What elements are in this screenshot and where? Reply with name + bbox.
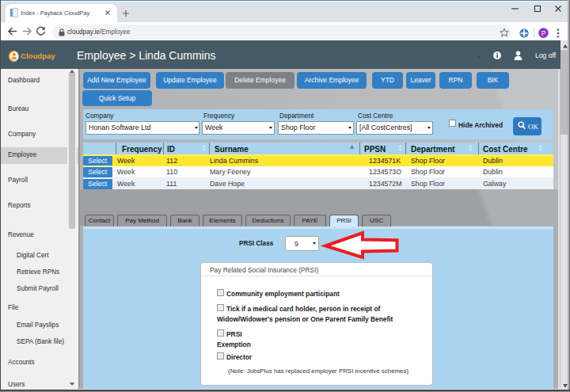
svg-text:P: P [542,29,546,37]
